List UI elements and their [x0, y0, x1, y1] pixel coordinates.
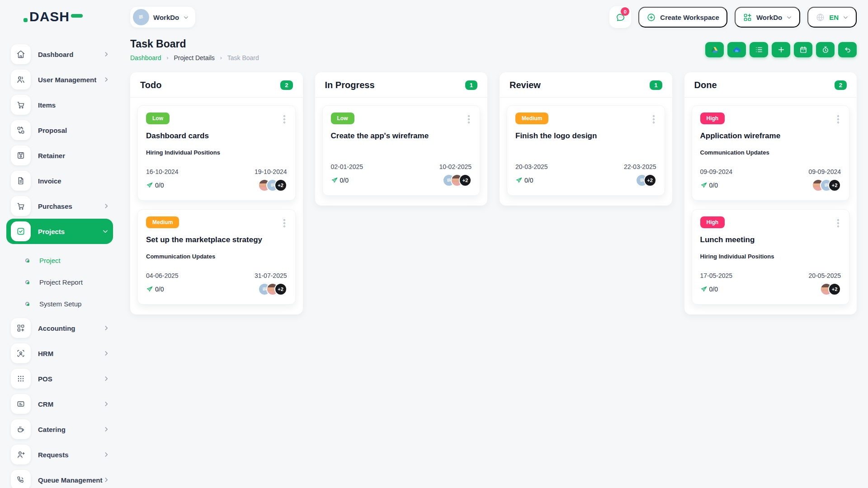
sidebar-item-hrm[interactable]: HRM [11, 343, 109, 363]
calendar-icon [799, 46, 807, 54]
breadcrumb-dashboard[interactable]: Dashboard [130, 54, 161, 61]
onedrive-button[interactable] [727, 42, 746, 57]
sidebar-item-retainer[interactable]: Retainer [11, 145, 109, 165]
sidebar-item-queue-management[interactable]: Queue Management [11, 470, 109, 488]
task-card[interactable]: Medium Set up the marketplace strategy C… [137, 209, 296, 305]
cart-icon [11, 196, 31, 216]
floppy-icon [11, 145, 31, 165]
card-menu-button[interactable] [835, 113, 841, 126]
apps-menu-button[interactable]: WorkDo [735, 7, 800, 28]
check-square-icon [11, 221, 31, 241]
submenu-label: System Setup [39, 300, 81, 308]
avatar-overflow-badge: +2 [459, 174, 472, 187]
column-count-badge: 2 [835, 80, 847, 90]
chevron-down-icon [786, 14, 792, 20]
card-menu-button[interactable] [466, 113, 472, 126]
column-card-list: High Application wireframe Communication… [684, 98, 857, 314]
chevron-right-icon [103, 477, 109, 483]
sidebar-item-items[interactable]: Items [11, 95, 109, 115]
column-count-badge: 1 [650, 80, 662, 90]
card-menu-button[interactable] [651, 113, 656, 126]
chevron-right-icon [103, 203, 109, 209]
language-selector[interactable]: EN [807, 7, 857, 28]
milestone-label: Communication Updates [700, 149, 841, 156]
sidebar-item-accounting[interactable]: Accounting [11, 318, 109, 338]
priority-badge: Medium [515, 113, 548, 124]
sidebar-item-purchases[interactable]: Purchases [11, 196, 109, 216]
user-plus-icon [11, 445, 31, 465]
breadcrumb-project-details[interactable]: Project Details [174, 54, 215, 61]
chevron-down-icon [183, 14, 189, 20]
priority-badge: Low [146, 113, 170, 124]
logo-text: DASH [29, 9, 70, 24]
sidebar-item-dashboard[interactable]: Dashboard [11, 44, 109, 64]
board-column-todo: Todo 2 Low Dashboard cards Hiring Indivi… [130, 72, 303, 314]
timer-button[interactable] [816, 42, 835, 57]
sidebar-item-crm[interactable]: CRM [11, 394, 109, 414]
task-card[interactable]: Medium Finish the logo design 20-03-2025… [507, 105, 665, 196]
cart-icon [11, 95, 31, 115]
card-menu-button[interactable] [282, 113, 287, 126]
sidebar-item-label: Proposal [38, 127, 109, 134]
task-card[interactable]: Low Create the app's wireframe 02-01-202… [322, 105, 481, 196]
create-workspace-button[interactable]: Create Workspace [638, 7, 727, 28]
workspace-name: WorkDo [153, 14, 179, 21]
assignee-avatars: +2 [258, 179, 287, 192]
plus-icon [777, 46, 785, 54]
board-column-in-progress: In Progress 1 Low Create the app's wiref… [315, 72, 488, 206]
sidebar-item-label: Purchases [38, 202, 103, 210]
sidebar-item-requests[interactable]: Requests [11, 445, 109, 465]
card-menu-button[interactable] [282, 216, 287, 230]
sidebar-item-label: Dashboard [38, 51, 103, 58]
list-view-button[interactable] [750, 42, 768, 57]
workspace-switcher[interactable]: WorkDo [130, 7, 195, 28]
start-date: 04-06-2025 [146, 272, 179, 279]
app-logo[interactable]: DASH [0, 0, 118, 33]
calendar-button[interactable] [794, 42, 812, 57]
task-card[interactable]: High Lunch meeting Hiring Individual Pos… [692, 209, 850, 305]
sidebar-item-label: Accounting [38, 324, 103, 332]
app-shell: DASH Dashboard User Management [0, 0, 868, 488]
sidebar-subitem-project[interactable]: Project [11, 249, 109, 271]
sidebar-item-catering[interactable]: Catering [11, 419, 109, 439]
sidebar-item-pos[interactable]: POS [11, 369, 109, 389]
chevron-right-icon [103, 350, 109, 357]
sidebar-item-proposal[interactable]: Proposal [11, 120, 109, 140]
sidebar-item-label: Queue Management [38, 476, 103, 484]
start-date: 17-05-2025 [700, 272, 733, 279]
column-header: Todo 2 [130, 72, 303, 98]
column-header: Done 2 [684, 72, 857, 98]
end-date: 20-05-2025 [808, 272, 841, 279]
sidebar-subitem-system-setup[interactable]: System Setup [11, 293, 109, 314]
card-menu-button[interactable] [835, 216, 841, 230]
add-task-button[interactable] [772, 42, 790, 57]
task-card[interactable]: High Application wireframe Communication… [692, 105, 850, 201]
start-date: 02-01-2025 [331, 163, 363, 170]
sidebar-item-user-management[interactable]: User Management [11, 70, 109, 89]
task-title: Application wireframe [700, 131, 841, 141]
back-button[interactable] [838, 42, 857, 57]
task-card[interactable]: Low Dashboard cards Hiring Individual Po… [137, 105, 296, 201]
assignee-avatars: +2 [258, 283, 287, 296]
top-header: WorkDo 0 Create Workspace WorkDo [118, 0, 868, 34]
google-drive-button[interactable] [705, 42, 724, 57]
breadcrumb-current: Task Board [227, 54, 259, 61]
globe-icon [816, 13, 825, 22]
sidebar-subitem-project-report[interactable]: Project Report [11, 271, 109, 293]
apps-menu-label: WorkDo [756, 14, 782, 21]
sidebar-item-label: Retainer [38, 152, 109, 160]
sidebar-item-projects[interactable]: Projects [6, 219, 113, 244]
messages-button[interactable]: 0 [609, 6, 631, 28]
subtask-progress: 0/0 [331, 177, 349, 184]
sidebar-item-invoice[interactable]: Invoice [11, 171, 109, 191]
submenu-label: Project Report [39, 278, 83, 286]
start-date: 09-09-2024 [700, 168, 733, 175]
subtask-progress: 0/0 [146, 182, 164, 189]
projects-submenu: Project Project Report System Setup [11, 249, 109, 314]
send-icon [331, 177, 338, 184]
google-drive-icon [710, 46, 719, 54]
grid-plus-icon [743, 13, 752, 22]
column-card-list: Low Dashboard cards Hiring Individual Po… [130, 98, 303, 314]
send-icon [146, 182, 153, 189]
phone-icon [11, 470, 31, 488]
